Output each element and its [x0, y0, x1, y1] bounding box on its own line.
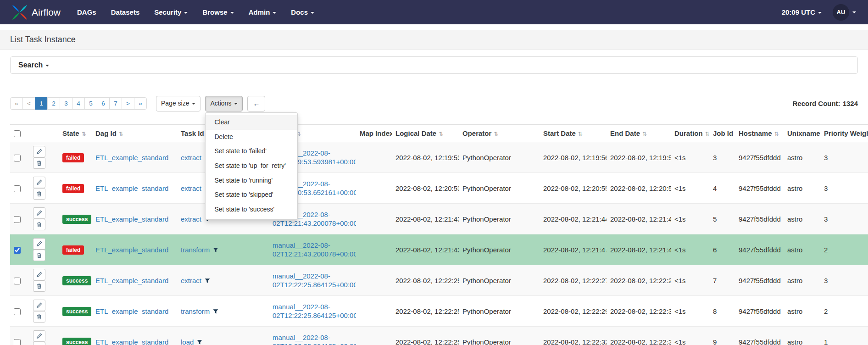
- filter-funnel-icon[interactable]: [213, 307, 218, 315]
- record-count-label: Record Count:: [792, 100, 840, 107]
- actions-menu-item[interactable]: Set state to 'skipped': [206, 188, 297, 202]
- search-toggle[interactable]: Search: [18, 61, 49, 69]
- task-id-link[interactable]: extract: [181, 184, 201, 192]
- edit-row-button[interactable]: [33, 207, 45, 219]
- sort-icon: ⇅: [578, 131, 583, 137]
- task-id-link[interactable]: extract: [181, 215, 201, 223]
- task-id-link[interactable]: transform: [181, 307, 210, 315]
- column-header-logical_date[interactable]: Logical Date⇅: [392, 124, 459, 142]
- column-header-unixname[interactable]: Unixname⇅: [784, 124, 820, 142]
- dag-id-link[interactable]: ETL_example_standard: [95, 215, 168, 223]
- delete-row-button[interactable]: [33, 311, 45, 323]
- delete-row-button[interactable]: [33, 219, 45, 230]
- cell-duration: <1s: [671, 327, 709, 345]
- row-checkbox[interactable]: [14, 278, 21, 284]
- page-button-»[interactable]: »: [134, 97, 147, 110]
- row-checkbox[interactable]: [14, 247, 21, 254]
- run-id-link[interactable]: manual__2022-08-02T12:22:25.864125+00:00: [273, 303, 356, 320]
- run-id-link[interactable]: manual__2022-08-02T12:21:43.200078+00:00: [273, 241, 356, 258]
- edit-row-button[interactable]: [33, 177, 45, 188]
- sort-icon: ⇅: [642, 131, 647, 137]
- nav-item-security[interactable]: Security: [154, 8, 188, 16]
- row-checkbox[interactable]: [14, 185, 21, 192]
- actions-menu-item[interactable]: Delete: [206, 130, 297, 145]
- actions-menu-item[interactable]: Clear: [206, 115, 297, 130]
- column-header-job_id[interactable]: Job Id⇅: [709, 124, 735, 142]
- actions-menu-item[interactable]: Set state to 'success': [206, 202, 297, 217]
- run-id-link[interactable]: manual__2022-08-02T12:22:25.864125+00:00: [273, 272, 356, 289]
- run-id-link[interactable]: manual__2022-08-02T12:22:25.864125+00:00: [273, 334, 356, 345]
- trash-icon: [36, 191, 42, 197]
- nav-item-docs[interactable]: Docs: [291, 8, 314, 16]
- nav-item-admin[interactable]: Admin: [249, 8, 277, 16]
- row-checkbox[interactable]: [14, 339, 21, 345]
- delete-row-button[interactable]: [33, 188, 45, 200]
- page-button-1[interactable]: 1: [35, 97, 48, 110]
- dag-id-link[interactable]: ETL_example_standard: [95, 338, 168, 345]
- actions-menu-item[interactable]: Set state to 'failed': [206, 144, 297, 159]
- column-header-operator[interactable]: Operator⇅: [459, 124, 540, 142]
- dag-id-link[interactable]: ETL_example_standard: [95, 246, 168, 254]
- delete-row-button[interactable]: [33, 157, 45, 169]
- row-checkbox[interactable]: [14, 155, 21, 161]
- delete-row-button[interactable]: [33, 280, 45, 292]
- cell-unixname: astro: [784, 142, 820, 173]
- column-label: Unixname: [787, 129, 820, 137]
- dag-id-link[interactable]: ETL_example_standard: [95, 154, 168, 161]
- task-id-link[interactable]: load: [181, 338, 194, 345]
- column-header-dag_id[interactable]: Dag Id⇅: [92, 124, 177, 142]
- edit-row-button[interactable]: [33, 238, 45, 250]
- column-header-priority_weight[interactable]: Priority Weight⇅: [820, 124, 868, 142]
- edit-row-button[interactable]: [33, 330, 45, 342]
- task-id-link[interactable]: transform: [181, 246, 210, 254]
- actions-button[interactable]: Actions: [205, 96, 243, 111]
- page-size-button[interactable]: Page size: [156, 96, 200, 111]
- cell-logical-date: 2022-08-02, 12:19:53: [392, 142, 459, 173]
- page-button-4[interactable]: 4: [72, 97, 85, 110]
- dag-id-link[interactable]: ETL_example_standard: [95, 307, 168, 315]
- edit-row-button[interactable]: [33, 300, 45, 311]
- actions-menu-item[interactable]: Set state to 'running': [206, 173, 297, 188]
- nav-item-dags[interactable]: DAGs: [77, 8, 96, 16]
- column-header-hostname[interactable]: Hostname⇅: [735, 124, 784, 142]
- page-button-6[interactable]: 6: [97, 97, 110, 110]
- dag-id-link[interactable]: ETL_example_standard: [95, 277, 168, 284]
- row-checkbox[interactable]: [14, 216, 21, 223]
- nav-item-datasets[interactable]: Datasets: [111, 8, 140, 16]
- back-button[interactable]: ←: [247, 96, 265, 111]
- chevron-down-icon[interactable]: [852, 11, 856, 13]
- page-button-<[interactable]: <: [22, 97, 35, 110]
- column-header-map_index[interactable]: Map Index⇅: [356, 124, 392, 142]
- edit-row-button[interactable]: [33, 269, 45, 280]
- page-button-«[interactable]: «: [10, 97, 23, 110]
- delete-row-button[interactable]: [33, 250, 45, 261]
- nav-item-browse[interactable]: Browse: [202, 8, 234, 16]
- actions-menu-item[interactable]: Set state to 'up_for_retry': [206, 159, 297, 173]
- edit-row-button[interactable]: [33, 146, 45, 157]
- page-button-7[interactable]: 7: [109, 97, 122, 110]
- task-id-link[interactable]: extract: [181, 277, 201, 284]
- column-label: Dag Id: [95, 129, 117, 137]
- cell-operator: PythonOperator: [459, 142, 540, 173]
- page-button->[interactable]: >: [122, 97, 134, 110]
- column-label: Job Id: [713, 129, 733, 137]
- user-avatar[interactable]: AU: [833, 4, 849, 21]
- column-header-state[interactable]: State⇅: [59, 124, 92, 142]
- column-label: Operator: [462, 129, 491, 137]
- page-button-3[interactable]: 3: [60, 97, 72, 110]
- task-id-link[interactable]: extract: [181, 154, 201, 161]
- column-header-duration[interactable]: Duration⇅: [671, 124, 709, 142]
- filter-funnel-icon[interactable]: [197, 338, 202, 345]
- page-button-5[interactable]: 5: [84, 97, 97, 110]
- page-button-2[interactable]: 2: [47, 97, 60, 110]
- column-header-start_date[interactable]: Start Date⇅: [540, 124, 606, 142]
- dag-id-link[interactable]: ETL_example_standard: [95, 184, 168, 192]
- airflow-brand[interactable]: Airflow: [12, 5, 61, 20]
- row-checkbox[interactable]: [14, 308, 21, 315]
- column-header-end_date[interactable]: End Date⇅: [606, 124, 671, 142]
- select-all-checkbox[interactable]: [14, 130, 21, 137]
- clock-dropdown[interactable]: 20:09 UTC: [782, 8, 822, 16]
- filter-funnel-icon[interactable]: [213, 246, 218, 254]
- delete-row-button[interactable]: [33, 342, 45, 345]
- filter-funnel-icon[interactable]: [205, 277, 210, 284]
